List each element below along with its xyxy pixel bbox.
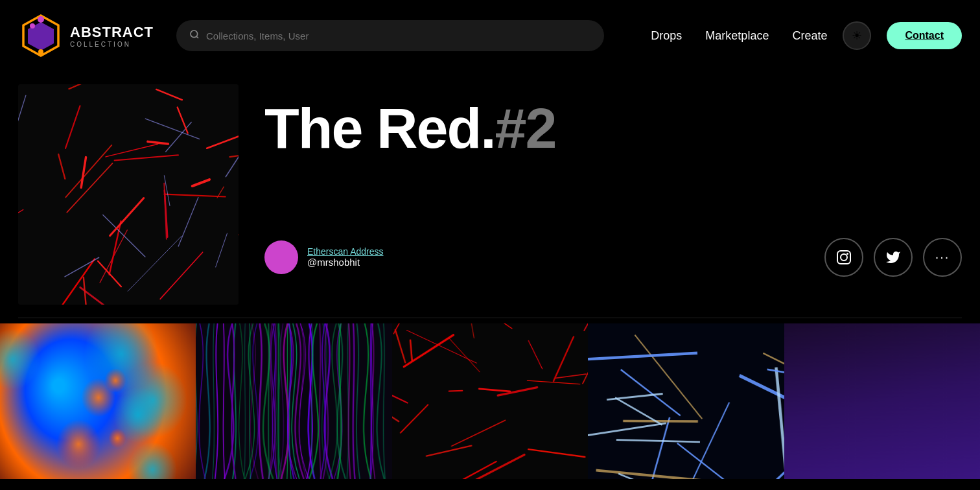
hero-title-hash: #2 xyxy=(495,96,556,160)
svg-point-8 xyxy=(841,254,847,261)
logo-text: ABSTRACT collection xyxy=(70,24,154,48)
etherscan-link[interactable]: Etherscan Address xyxy=(307,246,384,257)
nav-create[interactable]: Create xyxy=(792,29,827,43)
svg-rect-7 xyxy=(837,251,850,264)
hero-title-main: The Red. xyxy=(264,96,495,160)
hero-content: The Red.#2 Etherscan Address @mrshobhit xyxy=(264,84,962,277)
svg-point-4 xyxy=(38,49,43,54)
sun-icon: ☀ xyxy=(852,29,862,43)
svg-point-2 xyxy=(38,16,44,23)
site-header: ABSTRACT collection Drops Marketplace Cr… xyxy=(0,0,980,71)
twitter-button[interactable] xyxy=(874,238,913,277)
gallery-item-1[interactable] xyxy=(0,323,196,479)
svg-point-5 xyxy=(191,30,198,38)
hero-section: The Red.#2 Etherscan Address @mrshobhit xyxy=(0,71,980,318)
logo-icon xyxy=(18,13,64,58)
username: @mrshobhit xyxy=(307,257,384,268)
contact-button[interactable]: Contact xyxy=(887,22,962,49)
gallery-item-3[interactable] xyxy=(392,323,588,479)
social-buttons: ··· xyxy=(824,238,962,277)
theme-toggle-button[interactable]: ☀ xyxy=(843,21,871,50)
nav-drops[interactable]: Drops xyxy=(651,29,682,43)
search-icon xyxy=(189,29,200,42)
gallery-item-5[interactable] xyxy=(784,323,980,479)
svg-point-9 xyxy=(846,253,848,255)
user-info: Etherscan Address @mrshobhit xyxy=(307,246,384,268)
svg-point-3 xyxy=(30,23,35,29)
gallery-section xyxy=(0,318,980,479)
gallery-item-2[interactable] xyxy=(196,323,391,479)
hero-artwork xyxy=(18,84,239,305)
logo-sub: collection xyxy=(70,41,154,48)
main-nav: Drops Marketplace Create xyxy=(651,29,827,43)
avatar xyxy=(264,240,298,274)
ellipsis-icon: ··· xyxy=(935,250,950,264)
more-options-button[interactable]: ··· xyxy=(923,238,962,277)
hero-title: The Red.#2 xyxy=(264,97,962,160)
instagram-button[interactable] xyxy=(824,238,863,277)
logo-brand: ABSTRACT xyxy=(70,24,154,41)
nav-marketplace[interactable]: Marketplace xyxy=(705,29,769,43)
gallery-item-4[interactable] xyxy=(588,323,784,479)
search-input[interactable] xyxy=(206,30,591,41)
logo[interactable]: ABSTRACT collection xyxy=(18,13,161,58)
svg-line-6 xyxy=(196,36,198,38)
hero-meta: Etherscan Address @mrshobhit xyxy=(264,160,962,277)
search-bar[interactable] xyxy=(176,20,604,51)
